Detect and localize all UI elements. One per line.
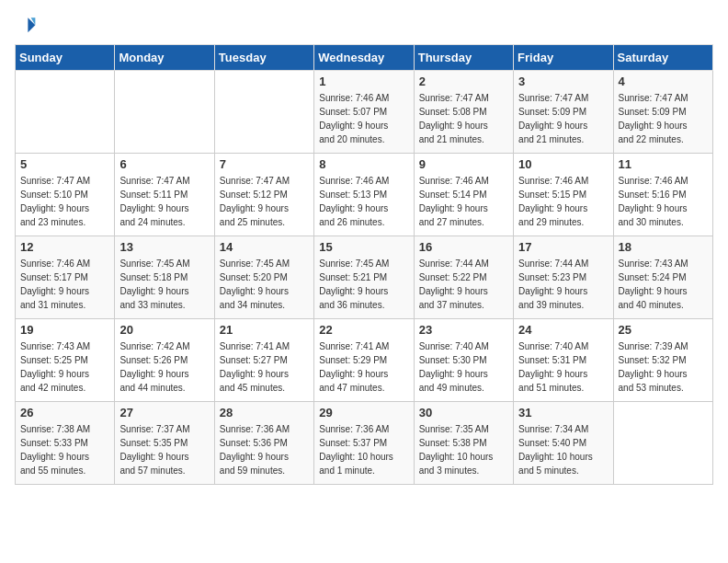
calendar-week-row: 26Sunrise: 7:38 AM Sunset: 5:33 PM Dayli…: [16, 402, 713, 485]
day-number: 9: [419, 157, 508, 171]
day-number: 22: [319, 323, 408, 337]
calendar-cell: 29Sunrise: 7:36 AM Sunset: 5:37 PM Dayli…: [314, 402, 414, 485]
calendar-cell: 6Sunrise: 7:47 AM Sunset: 5:11 PM Daylig…: [115, 154, 214, 236]
calendar-cell: 24Sunrise: 7:40 AM Sunset: 5:31 PM Dayli…: [514, 319, 613, 402]
calendar-cell: 4Sunrise: 7:47 AM Sunset: 5:09 PM Daylig…: [613, 71, 712, 154]
day-info: Sunrise: 7:47 AM Sunset: 5:09 PM Dayligh…: [518, 91, 608, 146]
day-number: 4: [619, 75, 708, 88]
day-info: Sunrise: 7:46 AM Sunset: 5:17 PM Dayligh…: [20, 257, 109, 312]
day-info: Sunrise: 7:41 AM Sunset: 5:29 PM Dayligh…: [319, 339, 408, 395]
day-number: 5: [20, 157, 109, 171]
day-info: Sunrise: 7:34 AM Sunset: 5:40 PM Dayligh…: [518, 422, 608, 477]
calendar-week-row: 19Sunrise: 7:43 AM Sunset: 5:25 PM Dayli…: [16, 319, 713, 402]
day-number: 29: [319, 406, 408, 419]
day-info: Sunrise: 7:38 AM Sunset: 5:33 PM Dayligh…: [20, 422, 109, 477]
day-info: Sunrise: 7:46 AM Sunset: 5:16 PM Dayligh…: [619, 174, 708, 229]
calendar-cell: 25Sunrise: 7:39 AM Sunset: 5:32 PM Dayli…: [613, 319, 712, 402]
calendar-cell: 26Sunrise: 7:38 AM Sunset: 5:33 PM Dayli…: [16, 402, 115, 485]
day-number: 12: [20, 240, 109, 254]
day-info: Sunrise: 7:43 AM Sunset: 5:24 PM Dayligh…: [619, 257, 708, 312]
calendar-cell: [115, 71, 214, 154]
day-info: Sunrise: 7:41 AM Sunset: 5:27 PM Dayligh…: [220, 339, 309, 395]
calendar-cell: 31Sunrise: 7:34 AM Sunset: 5:40 PM Dayli…: [514, 402, 613, 485]
day-info: Sunrise: 7:39 AM Sunset: 5:32 PM Dayligh…: [619, 339, 708, 395]
day-info: Sunrise: 7:47 AM Sunset: 5:11 PM Dayligh…: [119, 174, 209, 229]
day-number: 30: [419, 406, 508, 419]
day-header-tuesday: Tuesday: [214, 45, 313, 71]
day-info: Sunrise: 7:35 AM Sunset: 5:38 PM Dayligh…: [419, 422, 508, 477]
day-info: Sunrise: 7:42 AM Sunset: 5:26 PM Dayligh…: [119, 339, 209, 395]
day-number: 18: [619, 240, 708, 254]
calendar-cell: [613, 402, 712, 485]
day-number: 14: [220, 240, 309, 254]
calendar-cell: 28Sunrise: 7:36 AM Sunset: 5:36 PM Dayli…: [214, 402, 313, 485]
calendar-cell: 30Sunrise: 7:35 AM Sunset: 5:38 PM Dayli…: [414, 402, 513, 485]
day-info: Sunrise: 7:36 AM Sunset: 5:37 PM Dayligh…: [319, 422, 408, 477]
day-info: Sunrise: 7:44 AM Sunset: 5:23 PM Dayligh…: [518, 257, 608, 312]
calendar-cell: 19Sunrise: 7:43 AM Sunset: 5:25 PM Dayli…: [16, 319, 115, 402]
day-number: 16: [419, 240, 508, 254]
calendar-cell: 23Sunrise: 7:40 AM Sunset: 5:30 PM Dayli…: [414, 319, 513, 402]
day-number: 21: [220, 323, 309, 337]
day-info: Sunrise: 7:45 AM Sunset: 5:20 PM Dayligh…: [220, 257, 309, 312]
calendar-cell: [214, 71, 313, 154]
day-number: 27: [119, 406, 209, 419]
logo-icon: [15, 15, 37, 37]
day-info: Sunrise: 7:47 AM Sunset: 5:09 PM Dayligh…: [619, 91, 708, 146]
day-info: Sunrise: 7:44 AM Sunset: 5:22 PM Dayligh…: [419, 257, 508, 312]
day-info: Sunrise: 7:45 AM Sunset: 5:18 PM Dayligh…: [119, 257, 209, 312]
calendar-cell: 16Sunrise: 7:44 AM Sunset: 5:22 PM Dayli…: [414, 236, 513, 319]
calendar-cell: 21Sunrise: 7:41 AM Sunset: 5:27 PM Dayli…: [214, 319, 313, 402]
day-number: 10: [518, 157, 608, 171]
day-info: Sunrise: 7:47 AM Sunset: 5:12 PM Dayligh…: [220, 174, 309, 229]
day-header-thursday: Thursday: [414, 45, 513, 71]
day-info: Sunrise: 7:40 AM Sunset: 5:31 PM Dayligh…: [518, 339, 608, 395]
calendar-week-row: 12Sunrise: 7:46 AM Sunset: 5:17 PM Dayli…: [16, 236, 713, 319]
day-header-monday: Monday: [115, 45, 214, 71]
day-number: 8: [319, 157, 408, 171]
calendar-week-row: 5Sunrise: 7:47 AM Sunset: 5:10 PM Daylig…: [16, 154, 713, 236]
logo: [15, 15, 40, 37]
day-number: 17: [518, 240, 608, 254]
calendar-cell: 22Sunrise: 7:41 AM Sunset: 5:29 PM Dayli…: [314, 319, 414, 402]
calendar-table: SundayMondayTuesdayWednesdayThursdayFrid…: [15, 44, 713, 485]
day-number: 15: [319, 240, 408, 254]
day-number: 25: [619, 323, 708, 337]
day-number: 2: [419, 75, 508, 88]
day-header-saturday: Saturday: [613, 45, 712, 71]
calendar-header-row: SundayMondayTuesdayWednesdayThursdayFrid…: [16, 45, 713, 71]
calendar-cell: 9Sunrise: 7:46 AM Sunset: 5:14 PM Daylig…: [414, 154, 513, 236]
day-info: Sunrise: 7:46 AM Sunset: 5:13 PM Dayligh…: [319, 174, 408, 229]
day-number: 1: [319, 75, 408, 88]
calendar-cell: 13Sunrise: 7:45 AM Sunset: 5:18 PM Dayli…: [115, 236, 214, 319]
day-info: Sunrise: 7:46 AM Sunset: 5:07 PM Dayligh…: [319, 91, 408, 146]
calendar-cell: 14Sunrise: 7:45 AM Sunset: 5:20 PM Dayli…: [214, 236, 313, 319]
day-header-friday: Friday: [514, 45, 613, 71]
day-number: 20: [119, 323, 209, 337]
calendar-week-row: 1Sunrise: 7:46 AM Sunset: 5:07 PM Daylig…: [16, 71, 713, 154]
calendar-cell: [16, 71, 115, 154]
day-number: 28: [220, 406, 309, 419]
day-number: 11: [619, 157, 708, 171]
day-info: Sunrise: 7:36 AM Sunset: 5:36 PM Dayligh…: [220, 422, 309, 477]
calendar-cell: 7Sunrise: 7:47 AM Sunset: 5:12 PM Daylig…: [214, 154, 313, 236]
calendar-cell: 12Sunrise: 7:46 AM Sunset: 5:17 PM Dayli…: [16, 236, 115, 319]
calendar-cell: 18Sunrise: 7:43 AM Sunset: 5:24 PM Dayli…: [613, 236, 712, 319]
day-number: 31: [518, 406, 608, 419]
day-info: Sunrise: 7:43 AM Sunset: 5:25 PM Dayligh…: [20, 339, 109, 395]
calendar-cell: 5Sunrise: 7:47 AM Sunset: 5:10 PM Daylig…: [16, 154, 115, 236]
day-header-wednesday: Wednesday: [314, 45, 414, 71]
calendar-cell: 20Sunrise: 7:42 AM Sunset: 5:26 PM Dayli…: [115, 319, 214, 402]
calendar-cell: 3Sunrise: 7:47 AM Sunset: 5:09 PM Daylig…: [514, 71, 613, 154]
day-number: 3: [518, 75, 608, 88]
calendar-cell: 15Sunrise: 7:45 AM Sunset: 5:21 PM Dayli…: [314, 236, 414, 319]
day-info: Sunrise: 7:37 AM Sunset: 5:35 PM Dayligh…: [119, 422, 209, 477]
day-number: 24: [518, 323, 608, 337]
calendar-cell: 1Sunrise: 7:46 AM Sunset: 5:07 PM Daylig…: [314, 71, 414, 154]
day-info: Sunrise: 7:40 AM Sunset: 5:30 PM Dayligh…: [419, 339, 508, 395]
day-info: Sunrise: 7:45 AM Sunset: 5:21 PM Dayligh…: [319, 257, 408, 312]
day-number: 13: [119, 240, 209, 254]
day-number: 7: [220, 157, 309, 171]
day-header-sunday: Sunday: [16, 45, 115, 71]
day-info: Sunrise: 7:47 AM Sunset: 5:10 PM Dayligh…: [20, 174, 109, 229]
